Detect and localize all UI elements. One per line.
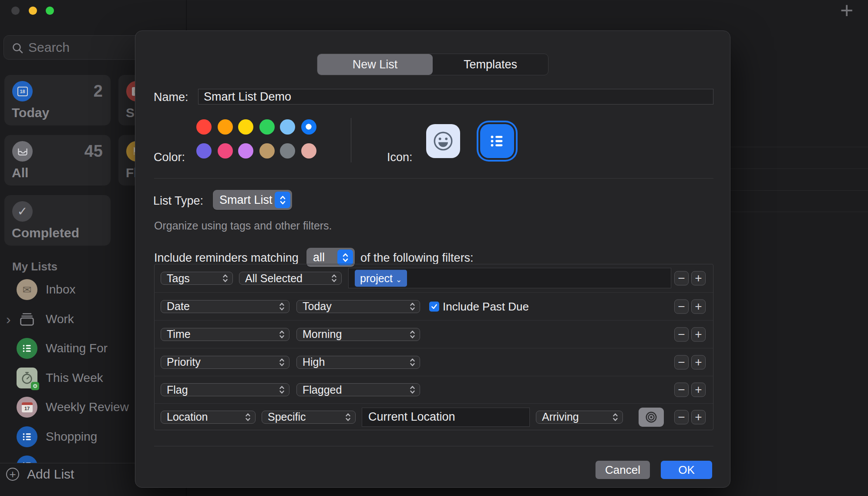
tag-token[interactable]: project ⌄ bbox=[355, 270, 407, 287]
popup-label: High bbox=[297, 356, 325, 368]
color-swatch-0-4[interactable] bbox=[280, 119, 295, 135]
filter-row-tags: TagsAll Selectedproject ⌄−+ bbox=[155, 264, 713, 292]
add-filter-button[interactable]: + bbox=[691, 383, 706, 397]
popup-chevrons-icon bbox=[275, 192, 290, 208]
popup-label: Location bbox=[161, 411, 208, 423]
chevron-right-icon[interactable]: › bbox=[6, 311, 11, 327]
location-direction-popup[interactable]: Arriving bbox=[536, 411, 623, 424]
filter-value-popup[interactable]: High bbox=[296, 356, 420, 369]
remove-filter-button[interactable]: − bbox=[674, 271, 689, 286]
filter-field-popup[interactable]: Time bbox=[161, 328, 289, 341]
matching-prefix: Include reminders matching bbox=[154, 251, 299, 265]
color-swatch-1-2[interactable] bbox=[238, 143, 253, 159]
list-bullet-icon-selected[interactable] bbox=[480, 124, 514, 158]
tags-token-field[interactable]: project ⌄ bbox=[348, 268, 671, 288]
icon-label: Icon: bbox=[387, 151, 413, 164]
popup-chevrons-icon bbox=[278, 330, 286, 339]
list-type-popup[interactable]: Smart List bbox=[213, 190, 292, 210]
popup-chevrons-icon bbox=[278, 358, 286, 367]
remove-filter-button[interactable]: − bbox=[674, 410, 689, 424]
card-label: All bbox=[12, 165, 28, 180]
list-bullet-icon bbox=[17, 456, 37, 463]
list-type-value: Smart List bbox=[213, 193, 273, 207]
ok-button[interactable]: OK bbox=[661, 461, 712, 479]
color-swatch-0-1[interactable] bbox=[218, 119, 233, 135]
color-swatch-0-5[interactable] bbox=[301, 119, 316, 135]
tab-new-list[interactable]: New List bbox=[317, 54, 433, 75]
filter-value-popup[interactable]: Today bbox=[296, 300, 420, 313]
filter-value-popup[interactable]: Morning bbox=[296, 328, 420, 341]
plus-circle-icon: + bbox=[6, 468, 19, 481]
filter-field-popup[interactable]: Date bbox=[161, 300, 289, 313]
color-swatch-0-3[interactable] bbox=[259, 119, 275, 135]
add-filter-button[interactable]: + bbox=[691, 410, 706, 424]
smart-card-completed[interactable]: ✓Completed bbox=[4, 195, 111, 246]
popup-chevrons-icon bbox=[278, 302, 286, 311]
filter-field-popup[interactable]: Priority bbox=[161, 356, 289, 369]
popup-chevrons-icon bbox=[409, 330, 416, 339]
popup-chevrons-icon bbox=[244, 412, 252, 422]
sidebar-item-label: Waiting For bbox=[46, 341, 108, 355]
popup-label: Arriving bbox=[536, 411, 579, 423]
color-label: Color: bbox=[154, 151, 185, 164]
popup-label: All Selected bbox=[239, 272, 303, 285]
name-input[interactable] bbox=[198, 89, 713, 104]
popup-label: Flagged bbox=[297, 384, 342, 396]
filter-field-popup[interactable]: Tags bbox=[161, 272, 233, 285]
popup-label: Today bbox=[297, 300, 332, 313]
filter-operator-popup[interactable]: Specific bbox=[262, 411, 356, 424]
color-swatch-1-5[interactable] bbox=[301, 143, 316, 159]
filter-row-date: DateTodayInclude Past Due−+ bbox=[155, 292, 713, 320]
tab-templates[interactable]: Templates bbox=[433, 54, 548, 75]
inbox-tray-icon bbox=[12, 141, 33, 162]
popup-chevrons-icon bbox=[409, 385, 416, 395]
filter-field-popup[interactable]: Location bbox=[161, 411, 256, 424]
color-swatch-1-4[interactable] bbox=[280, 143, 295, 159]
remove-filter-button[interactable]: − bbox=[674, 299, 689, 314]
color-swatch-1-1[interactable] bbox=[218, 143, 233, 159]
zoom-window-icon[interactable] bbox=[46, 7, 54, 15]
add-filter-button[interactable]: + bbox=[691, 327, 706, 341]
sidebar-item-label: Inbox bbox=[46, 283, 76, 297]
new-reminder-plus-icon[interactable]: + bbox=[840, 0, 853, 24]
add-list-button[interactable]: + Add List bbox=[6, 465, 137, 484]
remove-filter-button[interactable]: − bbox=[674, 383, 689, 397]
color-icon-divider bbox=[351, 118, 351, 162]
smart-card-today[interactable]: 182Today bbox=[4, 75, 111, 125]
popup-label: Morning bbox=[297, 328, 342, 341]
cancel-button[interactable]: Cancel bbox=[595, 461, 650, 479]
filter-operator-popup[interactable]: All Selected bbox=[239, 272, 342, 285]
minimize-window-icon[interactable] bbox=[29, 7, 37, 15]
card-label: Today bbox=[12, 105, 49, 120]
filter-rules-box: TagsAll Selectedproject ⌄−+DateTodayIncl… bbox=[154, 264, 713, 430]
current-location-target-button[interactable] bbox=[639, 408, 664, 427]
remove-filter-button[interactable]: − bbox=[674, 327, 689, 341]
remove-filter-button[interactable]: − bbox=[674, 355, 689, 369]
location-input[interactable] bbox=[362, 408, 529, 426]
close-window-icon[interactable] bbox=[11, 7, 20, 15]
color-swatch-1-3[interactable] bbox=[259, 143, 275, 159]
stopwatch-smart-icon: ⚙ bbox=[17, 368, 37, 388]
filter-value-popup[interactable]: Flagged bbox=[296, 383, 420, 396]
popup-chevrons-icon bbox=[222, 273, 229, 283]
matching-suffix: of the following filters: bbox=[360, 251, 474, 265]
add-filter-button[interactable]: + bbox=[691, 355, 706, 369]
include-past-due-checkbox[interactable] bbox=[429, 301, 439, 311]
name-field[interactable] bbox=[198, 89, 713, 105]
add-filter-button[interactable]: + bbox=[691, 299, 706, 314]
filter-field-popup[interactable]: Flag bbox=[161, 383, 289, 396]
list-bullet-icon bbox=[17, 426, 37, 447]
location-field[interactable] bbox=[362, 408, 530, 427]
emoji-smiley-icon[interactable] bbox=[426, 124, 460, 158]
filter-row-priority: PriorityHigh−+ bbox=[155, 348, 713, 376]
add-list-label: Add List bbox=[27, 467, 74, 482]
color-swatch-1-0[interactable] bbox=[196, 143, 212, 159]
color-swatch-0-2[interactable] bbox=[238, 119, 253, 135]
matching-value: all bbox=[306, 251, 325, 264]
add-filter-button[interactable]: + bbox=[691, 271, 706, 286]
footer-divider bbox=[154, 446, 713, 446]
smart-card-all[interactable]: 45All bbox=[4, 135, 111, 186]
color-swatch-0-0[interactable] bbox=[196, 119, 212, 135]
card-count: 45 bbox=[84, 142, 103, 161]
popup-label: Priority bbox=[161, 356, 201, 368]
